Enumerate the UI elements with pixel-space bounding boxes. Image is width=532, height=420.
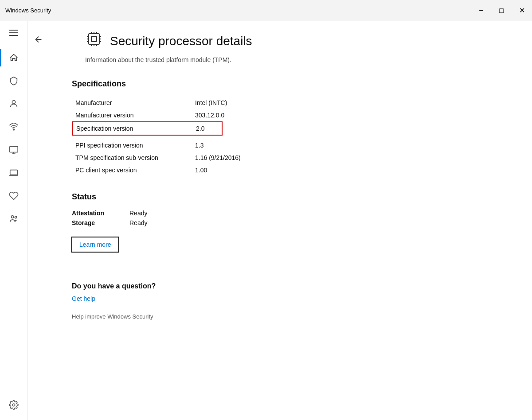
svg-point-3	[12, 101, 15, 104]
specifications-title: Specifications	[72, 79, 505, 89]
learn-more-button[interactable]: Learn more	[72, 237, 119, 252]
svg-rect-6	[10, 170, 17, 175]
sidebar-item-home[interactable]	[0, 46, 27, 69]
tpm-chip-icon	[85, 30, 103, 52]
spec-row-pc-client: PC client spec version 1.00	[72, 164, 505, 176]
status-label-attestation: Attestation	[72, 210, 129, 217]
sidebar-item-app-browser[interactable]	[0, 138, 27, 161]
content-wrapper: Security processor details Information a…	[27, 21, 532, 420]
svg-rect-11	[91, 36, 97, 42]
spec-label-pc-client: PC client spec version	[75, 167, 195, 174]
status-section: Status Attestation Ready Storage Ready L…	[72, 192, 505, 270]
sidebar-item-account[interactable]	[0, 92, 27, 115]
status-value-storage: Ready	[129, 219, 505, 226]
spec-row-manufacturer: Manufacturer Intel (INTC)	[72, 97, 505, 109]
sidebar-nav	[0, 46, 27, 230]
spec-value-specification-version: 2.0	[196, 125, 204, 132]
sidebar-item-health[interactable]	[0, 184, 27, 207]
app-body: Security processor details Information a…	[0, 21, 532, 420]
sidebar	[0, 21, 27, 420]
status-value-attestation: Ready	[129, 210, 505, 217]
sidebar-item-family[interactable]	[0, 207, 27, 230]
svg-point-9	[12, 404, 15, 406]
spec-row-tpm-sub: TPM specification sub-version 1.16 (9/21…	[72, 152, 505, 164]
spec-label-specification-version: Specification version	[76, 125, 196, 132]
spec-value-tpm-sub: 1.16 (9/21/2016)	[195, 154, 241, 161]
svg-rect-10	[89, 34, 99, 44]
page-title: Security processor details	[110, 34, 252, 48]
spec-label-manufacturer: Manufacturer	[75, 99, 195, 106]
spec-row-ppi: PPI specification version 1.3	[72, 139, 505, 152]
back-button[interactable]	[27, 28, 50, 51]
page-subtitle: Information about the trusted platform m…	[85, 56, 505, 63]
question-title: Do you have a question?	[72, 282, 505, 290]
titlebar-title: Windows Security	[5, 7, 51, 14]
svg-rect-2	[9, 35, 18, 36]
close-button[interactable]: ✕	[512, 0, 532, 21]
svg-point-4	[13, 129, 14, 130]
spec-row-specification-version: Specification version 2.0	[72, 121, 223, 136]
status-label-storage: Storage	[72, 219, 129, 226]
hamburger-menu-button[interactable]	[0, 21, 27, 44]
svg-point-8	[15, 216, 17, 218]
spec-label-ppi: PPI specification version	[75, 142, 195, 149]
svg-point-7	[11, 216, 14, 218]
question-section: Do you have a question? Get help	[72, 282, 505, 303]
titlebar-controls: − □ ✕	[471, 0, 532, 21]
status-grid: Attestation Ready Storage Ready	[72, 210, 505, 226]
status-title: Status	[72, 192, 505, 202]
main-content: Security processor details Information a…	[27, 21, 532, 420]
svg-rect-5	[9, 147, 17, 152]
sidebar-item-settings[interactable]	[0, 393, 27, 416]
specifications-section: Specifications Manufacturer Intel (INTC)…	[72, 79, 505, 176]
spec-value-pc-client: 1.00	[195, 167, 207, 174]
spec-value-manufacturer: Intel (INTC)	[195, 99, 227, 106]
maximize-button[interactable]: □	[491, 0, 512, 21]
minimize-button[interactable]: −	[471, 0, 491, 21]
titlebar: Windows Security − □ ✕	[0, 0, 532, 21]
sidebar-item-virus[interactable]	[0, 69, 27, 92]
sidebar-item-firewall[interactable]	[0, 115, 27, 138]
sidebar-item-device-security[interactable]	[0, 161, 27, 184]
spec-label-manufacturer-version: Manufacturer version	[75, 112, 195, 119]
page-header: Security processor details	[85, 30, 505, 52]
sidebar-bottom	[0, 393, 27, 416]
spec-row-manufacturer-version: Manufacturer version 303.12.0.0	[72, 109, 505, 121]
get-help-link[interactable]: Get help	[72, 295, 95, 302]
spec-value-manufacturer-version: 303.12.0.0	[195, 112, 224, 119]
spec-rows: Manufacturer Intel (INTC) Manufacturer v…	[72, 97, 505, 176]
bottom-text: Help improve Windows Security	[72, 313, 505, 320]
svg-rect-1	[9, 32, 18, 33]
spec-label-tpm-sub: TPM specification sub-version	[75, 154, 195, 161]
spec-value-ppi: 1.3	[195, 142, 203, 149]
svg-rect-0	[9, 30, 18, 31]
